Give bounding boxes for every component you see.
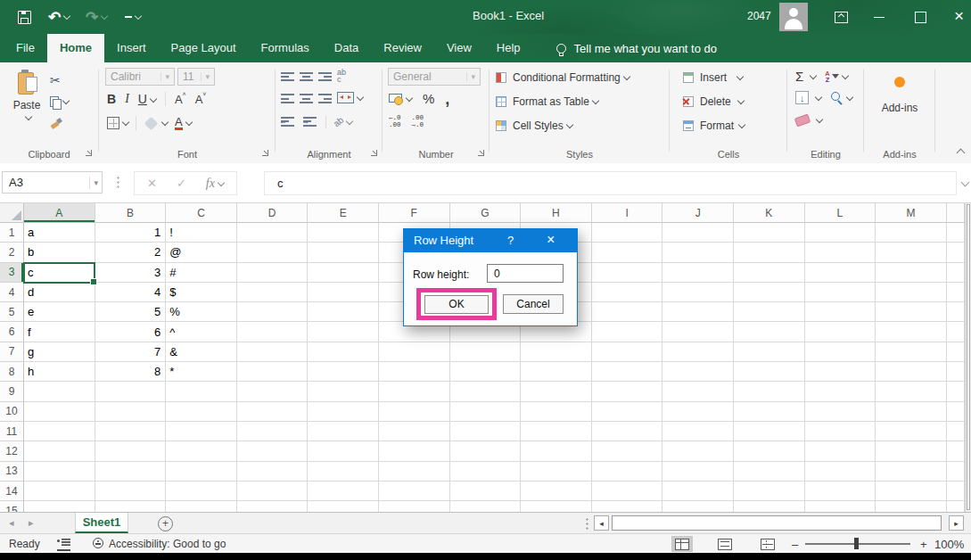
ok-button[interactable]: OK	[424, 295, 489, 314]
cell-D15[interactable]	[237, 501, 309, 512]
tab-file[interactable]: File	[4, 34, 47, 62]
cell-styles-button[interactable]: Cell Styles	[496, 116, 572, 136]
cell-I1[interactable]	[592, 223, 663, 243]
cell-J5[interactable]	[662, 302, 734, 322]
cell-B5[interactable]: 5	[95, 302, 167, 322]
cell-K10[interactable]	[734, 402, 805, 422]
dialog-close-icon[interactable]: ×	[547, 232, 555, 248]
cell-I6[interactable]	[592, 322, 663, 342]
cell-M1[interactable]	[876, 223, 947, 243]
formula-bar-handle[interactable]	[117, 176, 119, 190]
column-header-E[interactable]: E	[308, 203, 379, 223]
cell-G13[interactable]	[450, 462, 522, 482]
tell-me[interactable]: Tell me what you want to do	[556, 42, 717, 55]
undo-icon[interactable]: ↶	[48, 0, 70, 34]
cell-E15[interactable]	[308, 501, 379, 512]
cell-D9[interactable]	[237, 382, 309, 401]
column-header-M[interactable]: M	[876, 203, 947, 223]
cell-C8[interactable]: *	[166, 362, 237, 382]
cell-partial-2[interactable]	[947, 243, 965, 262]
copy-button[interactable]	[50, 91, 91, 112]
cell-M11[interactable]	[876, 422, 947, 441]
row-header-2[interactable]: 2	[0, 243, 24, 262]
cell-B4[interactable]: 4	[95, 283, 167, 302]
addins-button[interactable]	[865, 77, 934, 87]
cell-B13[interactable]	[95, 462, 167, 482]
cell-F15[interactable]	[379, 501, 450, 512]
name-box[interactable]: A3▾	[2, 171, 103, 194]
comma-style-button[interactable]: ,	[445, 95, 449, 103]
enter-entry-icon[interactable]: ✓	[177, 177, 186, 190]
cell-I8[interactable]	[592, 362, 663, 382]
row-header-6[interactable]: 6	[0, 322, 24, 342]
cell-L10[interactable]	[805, 402, 876, 422]
find-select-button[interactable]	[830, 91, 852, 104]
cell-J2[interactable]	[662, 243, 734, 262]
cell-partial-4[interactable]	[947, 283, 965, 302]
cell-E10[interactable]	[308, 402, 379, 422]
grow-font-button[interactable]: A˄	[175, 93, 186, 106]
cell-G11[interactable]	[450, 422, 522, 441]
select-all-corner[interactable]	[0, 203, 24, 223]
new-sheet-icon[interactable]: +	[158, 516, 173, 531]
splitter-handle[interactable]	[586, 517, 588, 530]
tab-insert[interactable]: Insert	[104, 34, 159, 62]
sheet-nav-right-icon[interactable]: ▸	[29, 517, 34, 529]
cell-B8[interactable]: 8	[95, 362, 167, 382]
sort-filter-button[interactable]: AZ	[825, 70, 847, 83]
cell-C6[interactable]: ^	[166, 322, 237, 342]
macro-record-icon[interactable]	[57, 539, 70, 551]
merge-center-button[interactable]	[337, 92, 363, 103]
cell-M10[interactable]	[876, 402, 947, 422]
column-header-G[interactable]: G	[450, 203, 522, 223]
column-header-A[interactable]: A	[24, 203, 95, 223]
cell-A12[interactable]	[24, 441, 95, 461]
vertical-scrollbar-thumb[interactable]	[967, 204, 970, 510]
cell-partial-9[interactable]	[947, 382, 965, 401]
horizontal-scrollbar-thumb[interactable]	[612, 515, 942, 531]
formula-input[interactable]: c	[264, 171, 957, 195]
cell-K3[interactable]	[734, 263, 805, 283]
cancel-entry-icon[interactable]: ✕	[147, 177, 157, 190]
row-header-11[interactable]: 11	[0, 422, 24, 441]
cell-K11[interactable]	[734, 422, 805, 441]
wrap-text-button[interactable]: abc	[337, 69, 346, 83]
cell-L15[interactable]	[805, 501, 876, 512]
insert-function-icon[interactable]: fx	[206, 177, 224, 191]
cell-C3[interactable]: #	[166, 263, 237, 283]
format-painter-button[interactable]	[50, 112, 91, 134]
cell-L7[interactable]	[805, 342, 876, 362]
cell-B12[interactable]	[95, 441, 167, 461]
cell-D4[interactable]	[237, 283, 309, 302]
cell-I14[interactable]	[592, 482, 663, 501]
cell-E14[interactable]	[308, 482, 379, 501]
cell-A13[interactable]	[24, 462, 95, 482]
font-color-button[interactable]: A	[175, 116, 192, 130]
cell-I7[interactable]	[592, 342, 663, 362]
cell-L9[interactable]	[805, 382, 876, 401]
fill-handle[interactable]	[90, 278, 97, 285]
dialog-help-icon[interactable]: ?	[507, 234, 514, 247]
column-header-H[interactable]: H	[521, 203, 592, 223]
cell-A14[interactable]	[24, 482, 95, 501]
zoom-out-icon[interactable]: –	[792, 538, 798, 551]
row-header-3[interactable]: 3	[0, 263, 24, 283]
maximize-icon[interactable]	[915, 12, 926, 23]
cell-J10[interactable]	[662, 402, 734, 422]
fill-color-button[interactable]	[144, 119, 168, 128]
collapse-ribbon-icon[interactable]	[957, 149, 966, 158]
cell-partial-15[interactable]	[947, 501, 965, 512]
cell-K4[interactable]	[734, 283, 805, 302]
cell-M8[interactable]	[876, 362, 947, 382]
cell-H9[interactable]	[521, 382, 592, 401]
cell-L2[interactable]	[805, 243, 876, 262]
cell-E13[interactable]	[308, 462, 379, 482]
row-header-4[interactable]: 4	[0, 283, 24, 302]
cell-E4[interactable]	[308, 283, 379, 302]
cell-A6[interactable]: f	[24, 322, 95, 342]
cell-H14[interactable]	[521, 482, 592, 501]
sheet-nav-left-icon[interactable]: ◂	[9, 517, 14, 529]
cell-F14[interactable]	[379, 482, 450, 501]
close-icon[interactable]: ×	[954, 6, 964, 26]
page-layout-view-button[interactable]	[714, 536, 736, 552]
